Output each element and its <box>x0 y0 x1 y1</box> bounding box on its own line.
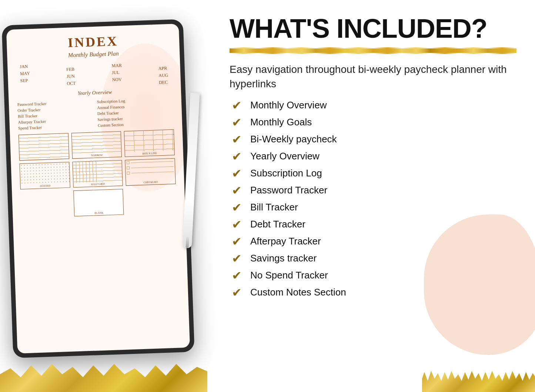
item-bill: Bill Tracker <box>250 202 298 213</box>
month-nov: NOV <box>112 77 123 83</box>
gold-glitter-bottom-right <box>422 370 535 392</box>
item-password: Password Tracker <box>250 185 327 196</box>
template-blank-label: BLANK <box>74 210 124 216</box>
month-sep: SEP <box>20 78 30 84</box>
check-icon-11: ✔ <box>230 268 244 283</box>
check-icon-6: ✔ <box>230 183 244 197</box>
check-icon-10: ✔ <box>230 251 244 266</box>
check-icon-4: ✔ <box>230 149 244 163</box>
item-savings: Savings tracker <box>250 253 317 264</box>
month-jan: JAN <box>20 64 30 70</box>
month-dec: DEC <box>159 80 169 85</box>
trackers-left: Password Tracker Order Tracker Bill Trac… <box>17 99 94 131</box>
check-icon-12: ✔ <box>230 285 244 300</box>
list-item: ✔ Monthly Goals <box>230 115 516 129</box>
right-section: WHAT'S INCLUDED? Easy navigation through… <box>211 0 535 392</box>
template-narrow: NARROW <box>71 131 122 159</box>
list-item: ✔ Custom Notes Section <box>230 285 516 300</box>
template-dotted: DOTTED <box>20 162 70 190</box>
month-feb: FEB <box>66 67 76 72</box>
item-afterpay: Afterpay Tracker <box>250 236 321 247</box>
stylus <box>182 93 200 249</box>
left-section: INDEX Monthly Budget Plan JAN MAY SEP FE… <box>0 0 207 392</box>
list-item: ✔ Bill Tracker <box>230 200 516 214</box>
stylus-tip <box>185 237 189 248</box>
template-boxnline: BOX N LINE <box>124 129 175 157</box>
list-item: ✔ Yearly Overview <box>230 149 516 163</box>
check-icon-2: ✔ <box>230 115 244 129</box>
check-icon-3: ✔ <box>230 132 244 146</box>
navigation-text: Easy navigation throughout bi-weekly pay… <box>230 62 516 91</box>
list-item: ✔ Bi-Weekly paycheck <box>230 132 516 146</box>
item-yearly-overview: Yearly Overview <box>250 151 320 162</box>
list-item: ✔ Password Tracker <box>230 183 516 197</box>
main-heading: WHAT'S INCLUDED? <box>230 15 516 43</box>
list-item: ✔ Subscription Log <box>230 166 516 180</box>
trackers-right: Subscription Log Annual Finances Debt Tr… <box>97 96 174 128</box>
tablet-content: INDEX Monthly Budget Plan JAN MAY SEP FE… <box>6 24 190 354</box>
gold-glitter-bottom-left <box>0 362 207 392</box>
item-nospend: No Spend Tracker <box>250 270 328 281</box>
item-biweekly: Bi-Weekly paycheck <box>250 134 337 145</box>
list-item: ✔ No Spend Tracker <box>230 268 516 283</box>
month-oct: OCT <box>67 81 76 87</box>
checklist: ✔ Monthly Overview ✔ Monthly Goals ✔ Bi-… <box>230 98 516 300</box>
item-subscription: Subscription Log <box>250 168 322 179</box>
check-icon-9: ✔ <box>230 234 244 249</box>
template-blank: BLANK <box>73 189 124 217</box>
template-narrow-left <box>19 133 69 161</box>
item-monthly-overview: Monthly Overview <box>250 99 327 111</box>
check-icon-5: ✔ <box>230 166 244 180</box>
list-item: ✔ Savings tracker <box>230 251 516 266</box>
item-monthly-goals: Monthly Goals <box>250 116 312 128</box>
list-item: ✔ Afterpay Tracker <box>230 234 516 249</box>
month-may: MAY <box>20 71 30 77</box>
trackers-section: Password Tracker Order Tracker Bill Trac… <box>16 96 176 131</box>
check-icon-7: ✔ <box>230 200 244 214</box>
list-item: ✔ Monthly Overview <box>230 98 516 112</box>
gold-divider <box>230 48 516 53</box>
tablet-device: INDEX Monthly Budget Plan JAN MAY SEP FE… <box>1 19 194 358</box>
month-mar: MAR <box>111 63 122 69</box>
item-debt: Debt Tracker <box>250 219 305 230</box>
check-icon-8: ✔ <box>230 217 244 232</box>
template-checklist: CHECKLIST <box>125 158 176 186</box>
month-aug: AUG <box>158 72 168 78</box>
item-custom: Custom Notes Section <box>250 287 346 298</box>
month-jul: JUL <box>112 70 122 76</box>
list-item: ✔ Debt Tracker <box>230 217 516 232</box>
month-jun: JUN <box>67 74 76 80</box>
check-icon-1: ✔ <box>230 98 244 112</box>
month-apr: APR <box>158 65 168 71</box>
tablet-screen: INDEX Monthly Budget Plan JAN MAY SEP FE… <box>6 24 190 354</box>
template-halfgrid: HALF GRID <box>72 160 123 188</box>
